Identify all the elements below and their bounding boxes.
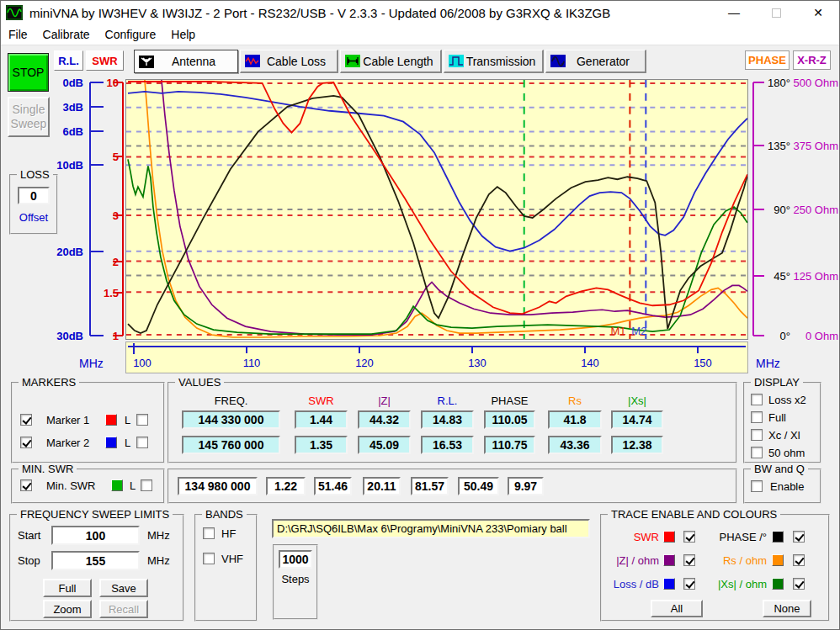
marker2-l-label: L bbox=[125, 437, 130, 449]
trace-phase-checkbox[interactable] bbox=[793, 531, 805, 543]
marker1-label: M1 bbox=[610, 325, 625, 337]
loss-x2-checkbox[interactable] bbox=[751, 394, 763, 405]
sweep-limits-panel: FREQUENCY SWEEP LIMITS Start 100 MHz Sto… bbox=[9, 514, 184, 622]
tab-cable-loss[interactable]: Cable Loss bbox=[240, 50, 338, 73]
left-axes bbox=[81, 79, 125, 341]
x-tick-140: 140 bbox=[573, 357, 607, 369]
values-panel-title: VALUES bbox=[175, 376, 224, 389]
full-checkbox[interactable] bbox=[751, 411, 763, 423]
trace-swr-swatch[interactable] bbox=[663, 531, 675, 543]
swr-button[interactable]: SWR bbox=[86, 50, 124, 71]
xc-xl-checkbox[interactable] bbox=[751, 429, 763, 441]
trace-phase-swatch[interactable] bbox=[772, 531, 784, 543]
marker1-freq-value: 144 330 000 bbox=[182, 410, 280, 429]
trace-xs-swatch[interactable] bbox=[772, 578, 784, 590]
trace-loss-checkbox[interactable] bbox=[683, 578, 695, 590]
title-bar: miniVNA by IW3HEV & IW3IJZ - 2 Port - RS… bbox=[1, 1, 839, 24]
maximize-icon bbox=[772, 8, 781, 18]
trace-all-button[interactable]: All bbox=[651, 600, 703, 617]
trace-rs-swatch[interactable] bbox=[772, 554, 784, 566]
stop-label: Stop bbox=[18, 554, 40, 567]
phase-mode-button[interactable]: PHASE bbox=[745, 50, 789, 70]
db-scale-3: 3dB bbox=[43, 101, 83, 114]
minimize-button[interactable]: — bbox=[713, 1, 755, 24]
min-swr-rl-value: 20.11 bbox=[363, 477, 401, 495]
hf-label: HF bbox=[221, 527, 236, 540]
rl-button[interactable]: R.L. bbox=[54, 50, 83, 71]
full-sweep-button[interactable]: Full bbox=[43, 579, 92, 597]
db-scale-6: 6dB bbox=[43, 125, 83, 138]
tab-antenna[interactable]: Antenna bbox=[134, 50, 238, 73]
marker2-checkbox[interactable] bbox=[20, 437, 32, 448]
stop-freq-field[interactable]: 155 bbox=[51, 551, 140, 570]
x-tick-100: 100 bbox=[125, 357, 159, 369]
rs-trace bbox=[145, 80, 747, 337]
menu-file[interactable]: File bbox=[1, 26, 35, 43]
trace-xs-checkbox[interactable] bbox=[793, 578, 805, 590]
menu-bar: File Calibrate Configure Help bbox=[1, 24, 839, 45]
markers-panel: MARKERS Marker 1 L Marker 2 L bbox=[11, 382, 165, 463]
marker1-xs-value: 14.74 bbox=[611, 410, 663, 429]
ohm-scale-500: 500 Ohm bbox=[793, 77, 838, 89]
bwq-enable-checkbox[interactable] bbox=[751, 480, 763, 492]
cable-loss-icon bbox=[245, 55, 260, 67]
marker1-z-value: 44.32 bbox=[358, 410, 411, 429]
mhz-label-right: MHz bbox=[756, 357, 780, 370]
marker1-checkbox[interactable] bbox=[20, 414, 32, 426]
header-swr: SWR bbox=[295, 394, 348, 407]
min-swr-l-checkbox[interactable] bbox=[141, 479, 152, 491]
trace-loss-swatch[interactable] bbox=[663, 578, 675, 590]
trace-rs-label: Rs / ohm bbox=[710, 554, 767, 567]
tab-cable-length[interactable]: Cable Length bbox=[340, 50, 442, 73]
bands-panel: BANDS HF VHF bbox=[194, 514, 258, 622]
tab-transmission[interactable]: Transmission bbox=[444, 50, 544, 73]
ohm-scale-0: 0 Ohm bbox=[793, 330, 838, 342]
antenna-icon bbox=[139, 56, 154, 68]
trace-swr-checkbox[interactable] bbox=[683, 531, 695, 543]
ohm-scale-125: 125 Ohm bbox=[793, 270, 838, 283]
bwq-panel: BW and Q Enable bbox=[743, 469, 821, 504]
trace-z-checkbox[interactable] bbox=[683, 554, 695, 566]
min-swr-color-swatch[interactable] bbox=[111, 479, 123, 491]
trace-panel: TRACE ENABLE AND COLOURS SWR PHASE /° |Z… bbox=[600, 514, 830, 622]
tab-generator[interactable]: Generator bbox=[545, 50, 646, 73]
start-unit-label: MHz bbox=[147, 529, 170, 542]
marker2-phase-value: 110.75 bbox=[484, 436, 535, 454]
min-swr-z-value: 51.46 bbox=[314, 477, 352, 495]
bands-panel-title: BANDS bbox=[202, 508, 247, 521]
trace-z-swatch[interactable] bbox=[663, 554, 675, 566]
single-sweep-label1: Single bbox=[13, 103, 45, 117]
menu-configure[interactable]: Configure bbox=[98, 26, 164, 43]
loss-group: LOSS 0 Offset bbox=[9, 174, 58, 235]
marker2-color-swatch[interactable] bbox=[105, 437, 117, 448]
vhf-checkbox[interactable] bbox=[203, 553, 215, 564]
single-sweep-label2: Sweep bbox=[11, 117, 47, 131]
menu-help[interactable]: Help bbox=[163, 26, 203, 43]
close-button[interactable]: ✕ bbox=[797, 1, 839, 24]
trace-none-button[interactable]: None bbox=[763, 600, 811, 617]
loss-offset-field[interactable]: 0 bbox=[18, 187, 50, 204]
menu-calibrate[interactable]: Calibrate bbox=[35, 26, 98, 43]
marker1-color-swatch[interactable] bbox=[105, 414, 117, 426]
deg-scale-45: 45° bbox=[760, 270, 790, 283]
trace-rs-checkbox[interactable] bbox=[793, 554, 805, 566]
hf-checkbox[interactable] bbox=[203, 527, 215, 539]
save-button[interactable]: Save bbox=[99, 579, 148, 597]
fifty-ohm-checkbox[interactable] bbox=[751, 447, 763, 458]
min-swr-panel: MIN. SWR Min. SWR L bbox=[11, 469, 165, 504]
steps-field[interactable]: 1000 bbox=[279, 550, 312, 569]
file-path-field[interactable]: D:\GRJ\SQ6ILB\Max 6\Programy\MiniVNA 233… bbox=[272, 519, 590, 538]
bwq-panel-title: BW and Q bbox=[751, 463, 808, 475]
deg-scale-135: 135° bbox=[760, 140, 790, 152]
recall-button: Recall bbox=[99, 600, 148, 618]
marker2-l-checkbox[interactable] bbox=[136, 437, 148, 448]
zoom-button[interactable]: Zoom bbox=[43, 600, 92, 618]
min-swr-checkbox[interactable] bbox=[20, 479, 32, 491]
xrz-mode-button[interactable]: X-R-Z bbox=[793, 50, 831, 70]
tab-cable-length-label: Cable Length bbox=[360, 55, 436, 68]
z-trace bbox=[162, 80, 747, 335]
marker1-l-checkbox[interactable] bbox=[136, 414, 148, 426]
marker2-rl-value: 16.53 bbox=[421, 436, 474, 454]
start-freq-field[interactable]: 100 bbox=[51, 526, 140, 545]
maximize-button bbox=[755, 1, 797, 24]
